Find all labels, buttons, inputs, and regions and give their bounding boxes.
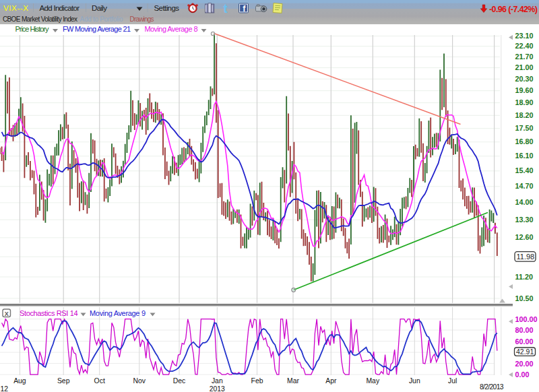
svg-text:12.60: 12.60 <box>515 233 534 241</box>
svg-text:CBOE Market Volatility Index: CBOE Market Volatility Index <box>3 15 77 23</box>
svg-text:17.50: 17.50 <box>515 124 534 132</box>
svg-text:Apr: Apr <box>325 377 337 385</box>
svg-text:18.90: 18.90 <box>515 98 534 106</box>
svg-text:10.50: 10.50 <box>515 294 534 302</box>
svg-text:Sep: Sep <box>57 377 70 385</box>
svg-text:Aug: Aug <box>13 377 26 385</box>
svg-text:14.00: 14.00 <box>515 198 534 206</box>
svg-text:-0.96 (-7.42%): -0.96 (-7.42%) <box>489 5 538 14</box>
svg-text:Add to Portfolio: Add to Portfolio <box>80 15 123 23</box>
svg-text:21.70: 21.70 <box>515 53 534 61</box>
svg-text:Add Indicator: Add Indicator <box>40 4 80 12</box>
svg-text:80.00: 80.00 <box>515 326 534 334</box>
svg-text:21.00: 21.00 <box>515 63 534 71</box>
svg-text:Mar: Mar <box>287 377 299 385</box>
svg-text:60.00: 60.00 <box>515 337 534 346</box>
svg-text:Daily: Daily <box>92 4 107 12</box>
svg-text:11.20: 11.20 <box>515 273 533 281</box>
svg-text:22.40: 22.40 <box>515 42 534 50</box>
svg-text:100.00: 100.00 <box>515 315 538 323</box>
svg-text:Moving Average 9: Moving Average 9 <box>90 309 146 317</box>
svg-text:Stochastics RSI 14: Stochastics RSI 14 <box>20 309 78 317</box>
svg-text:15.40: 15.40 <box>515 166 534 174</box>
svg-text:Price History: Price History <box>15 25 50 33</box>
svg-text:16.80: 16.80 <box>515 137 534 145</box>
svg-text:Jul: Jul <box>448 377 457 385</box>
svg-text:42.91: 42.91 <box>516 348 534 356</box>
svg-text:8/2/2013: 8/2/2013 <box>480 383 504 391</box>
svg-text:11.98: 11.98 <box>517 253 535 261</box>
svg-text:Settings: Settings <box>154 4 180 12</box>
svg-text:May: May <box>366 377 379 385</box>
svg-text:20.30: 20.30 <box>515 75 534 83</box>
svg-text:Jun: Jun <box>409 377 420 385</box>
svg-text:0.00: 0.00 <box>515 370 530 379</box>
svg-text:20.00: 20.00 <box>515 360 534 368</box>
svg-text:Jan: Jan <box>212 377 223 385</box>
svg-text:12: 12 <box>1 385 9 392</box>
svg-text:16.10: 16.10 <box>515 152 534 160</box>
svg-text:Dec: Dec <box>173 377 185 385</box>
svg-text:Feb: Feb <box>251 377 263 385</box>
svg-text:23.10: 23.10 <box>515 32 534 40</box>
svg-text:13.30: 13.30 <box>515 216 534 224</box>
svg-text:FW Moving Average 21: FW Moving Average 21 <box>63 25 131 33</box>
svg-text:19.60: 19.60 <box>515 86 534 94</box>
svg-text:VIX--X: VIX--X <box>3 4 28 12</box>
svg-text:Drawings: Drawings <box>130 15 154 23</box>
svg-text:18.20: 18.20 <box>515 111 534 119</box>
svg-text:t: t <box>224 2 228 15</box>
svg-text:Oct: Oct <box>94 377 105 385</box>
svg-text:X: X <box>5 311 9 317</box>
svg-text:Nov: Nov <box>133 377 146 385</box>
svg-text:Moving Average 8: Moving Average 8 <box>145 25 198 33</box>
svg-text:2013: 2013 <box>210 385 225 392</box>
svg-text:14.70: 14.70 <box>515 182 534 190</box>
